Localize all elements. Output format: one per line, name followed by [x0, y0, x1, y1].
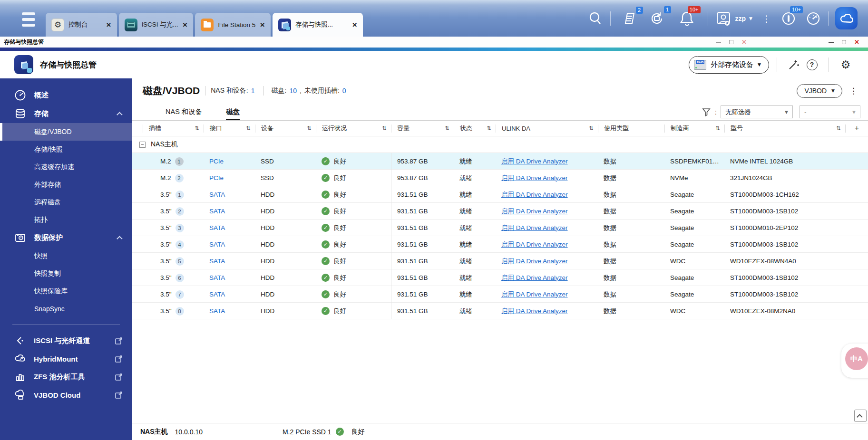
interface-link[interactable]: SATA — [204, 291, 255, 298]
interface-link[interactable]: SATA — [204, 307, 255, 315]
interface-link[interactable]: SATA — [204, 208, 255, 215]
search-icon[interactable] — [587, 10, 604, 27]
close-tab-icon[interactable]: ✕ — [183, 21, 188, 29]
notifications-bell-icon[interactable]: 10+ — [679, 10, 694, 27]
ulink-da-link[interactable]: 启用 DA Drive Analyzer — [501, 174, 568, 182]
table-row[interactable]: 3.5"7 SATA HDD ✓良好 931.51 GB 就绪 启用 DA Dr… — [132, 286, 868, 303]
page-more-options-icon[interactable]: ⋮ — [849, 86, 858, 96]
more-options-icon[interactable]: ⋮ — [762, 13, 771, 24]
main-menu-icon[interactable] — [22, 12, 35, 27]
interface-link[interactable]: PCIe — [204, 158, 255, 165]
ulink-da-link[interactable]: 启用 DA Drive Analyzer — [501, 258, 568, 265]
background-tasks-icon[interactable]: 2 — [622, 11, 637, 26]
manufacturer: WDC — [664, 258, 724, 265]
add-column-button[interactable]: + — [845, 124, 868, 133]
ulink-da-link[interactable]: 启用 DA Drive Analyzer — [501, 224, 568, 231]
col-device[interactable]: 设备⇅ — [255, 124, 316, 133]
table-row[interactable]: 3.5"6 SATA HDD ✓良好 931.51 GB 就绪 启用 DA Dr… — [132, 269, 868, 286]
table-row[interactable]: 3.5"5 SATA HDD ✓良好 931.51 GB 就绪 启用 DA Dr… — [132, 253, 868, 269]
sidebar-item-hybridmount[interactable]: HybridMount — [0, 350, 132, 368]
tab-file-station[interactable]: File Station 5 ✕ — [195, 13, 271, 37]
restore-icon[interactable]: 1 — [649, 10, 665, 27]
sidebar-item-snapshot-vault[interactable]: 快照保险库 — [0, 282, 132, 300]
ulink-da-link[interactable]: 启用 DA Drive Analyzer — [501, 191, 568, 198]
sidebar-item-zfs-pool-analyzer[interactable]: ZFS 池分析工具 — [0, 368, 132, 386]
sidebar-item-cache-acceleration[interactable]: 高速缓存加速 — [0, 158, 132, 176]
interface-link[interactable]: SATA — [204, 224, 255, 231]
table-row[interactable]: 3.5"3 SATA HDD ✓良好 931.51 GB 就绪 启用 DA Dr… — [132, 220, 868, 236]
maximize-icon[interactable] — [729, 40, 733, 44]
ulink-da-link[interactable]: 启用 DA Drive Analyzer — [501, 307, 568, 315]
sidebar-item-external-storage[interactable]: 外部存储 — [0, 176, 132, 193]
dashboard-gauge-icon[interactable] — [805, 10, 821, 27]
interface-link[interactable]: SATA — [204, 191, 255, 198]
resource-monitor-icon[interactable]: 10+ — [780, 10, 797, 27]
interface-link[interactable]: SATA — [204, 274, 255, 281]
sidebar-item-overview[interactable]: 概述 — [0, 86, 132, 105]
col-usage-type[interactable]: 使用类型 — [598, 124, 664, 133]
table-row[interactable]: 3.5"1 SATA HDD ✓良好 931.51 GB 就绪 启用 DA Dr… — [132, 186, 868, 203]
interface-link[interactable]: SATA — [204, 241, 255, 248]
minimize-icon[interactable] — [716, 42, 721, 43]
collapse-group-icon[interactable]: − — [139, 142, 146, 148]
help-icon[interactable]: ? — [805, 59, 819, 70]
table-row[interactable]: 3.5"8 SATA HDD ✓良好 931.51 GB 就绪 启用 DA Dr… — [132, 303, 868, 319]
translate-icon[interactable]: 中A — [845, 347, 868, 370]
chevron-down-icon: ▼ — [785, 110, 788, 115]
close-icon[interactable]: ✕ — [741, 38, 747, 46]
sidebar-item-storage-snapshots[interactable]: 存储/快照 — [0, 141, 132, 158]
close-tab-icon[interactable]: ✕ — [106, 21, 111, 29]
col-health[interactable]: 运行状况⇅ — [316, 124, 391, 133]
table-row[interactable]: M.21 PCIe SSD ✓良好 953.87 GB 就绪 启用 DA Dri… — [132, 153, 868, 170]
ulink-da-link[interactable]: 启用 DA Drive Analyzer — [501, 241, 568, 248]
table-row[interactable]: M.22 PCIe SSD ✓良好 953.87 GB 就绪 启用 DA Dri… — [132, 170, 868, 186]
ulink-da-link[interactable]: 启用 DA Drive Analyzer — [501, 158, 568, 165]
sidebar-section-storage[interactable]: 存储 — [0, 105, 132, 123]
minimize-button[interactable] — [829, 42, 834, 43]
sidebar-item-remote-disk[interactable]: 远程磁盘 — [0, 193, 132, 211]
col-interface[interactable]: 接口⇅ — [204, 124, 255, 133]
col-status[interactable]: 状态⇅ — [454, 124, 496, 133]
col-slot[interactable]: 插槽⇅ — [143, 124, 204, 133]
ulink-da-link[interactable]: 启用 DA Drive Analyzer — [501, 274, 568, 281]
chevron-up-icon[interactable] — [117, 236, 123, 242]
myqnapcloud-icon[interactable] — [835, 7, 858, 29]
restore-window-button[interactable] — [842, 40, 846, 44]
table-row[interactable]: 3.5"4 SATA HDD ✓良好 931.51 GB 就绪 启用 DA Dr… — [132, 236, 868, 253]
tab-nas-and-devices[interactable]: NAS 和设备 — [166, 107, 202, 120]
sidebar-item-snapshots[interactable]: 快照 — [0, 247, 132, 265]
tab-iscsi[interactable]: iSCSI 与光... ✕ — [119, 13, 193, 37]
interface-link[interactable]: PCIe — [204, 174, 255, 182]
table-row[interactable]: 3.5"2 SATA HDD ✓良好 931.51 GB 就绪 启用 DA Dr… — [132, 203, 868, 220]
col-manufacturer[interactable]: 制造商⇅ — [664, 124, 724, 133]
vjbod-dropdown-button[interactable]: VJBOD ▼ — [797, 84, 842, 98]
ulink-da-link[interactable]: 启用 DA Drive Analyzer — [501, 208, 568, 215]
sidebar-item-snapsync[interactable]: SnapSync — [0, 300, 132, 317]
tab-storage-snapshots[interactable]: 存储与快照... ✕ — [273, 13, 363, 37]
close-button[interactable]: ✕ — [854, 38, 859, 46]
ulink-da-link[interactable]: 启用 DA Drive Analyzer — [501, 291, 568, 298]
col-ulink-da[interactable]: ULINK DA⇅ — [496, 124, 598, 133]
sidebar-item-vjbod-cloud[interactable]: VJBOD Cloud — [0, 386, 132, 404]
sidebar-item-topology[interactable]: 拓扑 — [0, 211, 132, 229]
close-tab-icon[interactable]: ✕ — [260, 21, 265, 29]
close-tab-icon[interactable]: ✕ — [352, 21, 357, 29]
tab-control-panel[interactable]: ⚙ 控制台 ✕ — [46, 13, 117, 37]
wizard-wand-icon[interactable] — [787, 58, 801, 71]
sidebar-section-data-protection[interactable]: 数据保护 — [0, 229, 132, 247]
user-menu[interactable]: zzp ▼ — [715, 10, 752, 27]
external-storage-device-button[interactable]: RAID 外部存储设备 ▼ — [689, 56, 769, 74]
sidebar-item-disks-vjbod[interactable]: 磁盘/VJBOD — [0, 123, 132, 141]
sidebar-item-iscsi-fc[interactable]: iSCSI 与光纤通道 — [0, 332, 132, 350]
filter-select[interactable]: 无筛选器▼ — [721, 105, 793, 118]
filter-secondary-select[interactable]: -▼ — [800, 105, 860, 118]
device-type: HDD — [255, 307, 316, 315]
chevron-up-icon[interactable] — [117, 112, 123, 118]
scroll-to-top-button[interactable] — [854, 410, 867, 422]
tab-disks[interactable]: 磁盘 — [226, 107, 240, 120]
col-capacity[interactable]: 容量⇅ — [391, 124, 454, 133]
col-model[interactable]: 型号⇅ — [724, 124, 845, 133]
settings-gear-icon[interactable]: ⚙ — [839, 58, 853, 71]
interface-link[interactable]: SATA — [204, 258, 255, 265]
sidebar-item-snapshot-replica[interactable]: 快照复制 — [0, 265, 132, 282]
